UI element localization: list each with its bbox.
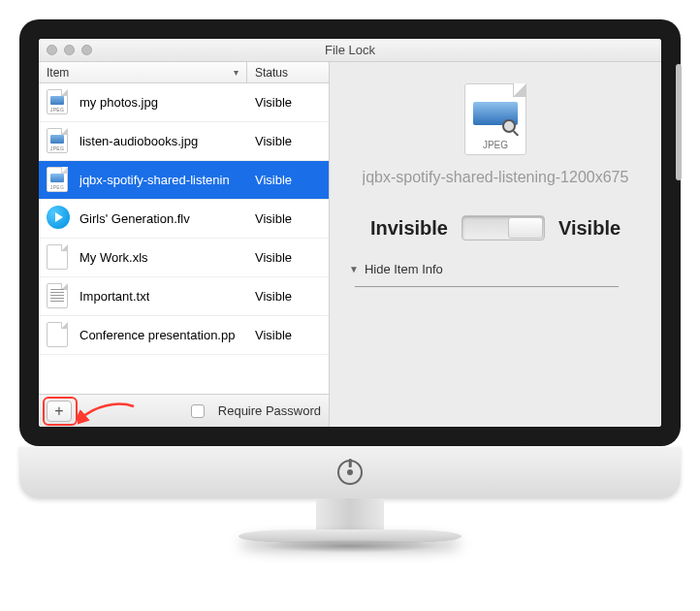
- bottom-bar: + Require Password: [39, 394, 329, 427]
- file-type-icon: JPEG: [47, 167, 70, 194]
- visibility-toggle-row: Invisible Visible: [370, 215, 620, 241]
- file-type-icon: [47, 322, 70, 349]
- require-password-checkbox[interactable]: [191, 404, 205, 418]
- sort-chevron-icon: ▾: [234, 67, 239, 78]
- content: Item ▾ Status JPEG my photos.jpg: [39, 62, 661, 427]
- imac-mock: File Lock Item ▾ Status: [19, 19, 681, 543]
- list-item[interactable]: Important.txt Visible: [39, 277, 329, 316]
- column-header-item-label: Item: [47, 66, 69, 80]
- visible-label: Visible: [558, 217, 620, 240]
- file-type-icon: [47, 206, 70, 233]
- list-item[interactable]: JPEG my photos.jpg Visible: [39, 83, 329, 122]
- magnifier-icon: [502, 119, 520, 137]
- annotation-arrow-icon: [78, 401, 136, 426]
- divider: [355, 286, 619, 287]
- app-window: File Lock Item ▾ Status: [39, 39, 661, 427]
- file-type-icon: [47, 283, 70, 310]
- list-item[interactable]: Girls' Generation.flv Visible: [39, 200, 329, 239]
- file-status: Visible: [247, 95, 329, 110]
- window-controls: [47, 45, 92, 55]
- file-list: JPEG my photos.jpg Visible JPEG listen-a…: [39, 83, 329, 394]
- hide-item-info-disclosure[interactable]: ▼ Hide Item Info: [349, 262, 443, 276]
- visibility-toggle[interactable]: [461, 215, 545, 241]
- file-status: Visible: [247, 328, 329, 342]
- file-type-icon: [47, 244, 70, 272]
- file-name: jqbx-spotify-shared-listenin: [80, 173, 230, 187]
- file-status: Visible: [247, 173, 329, 187]
- file-name: My Work.xls: [80, 250, 148, 265]
- imac-foot: [239, 530, 461, 543]
- preview-pane: JPEG jqbx-spotify-shared-listening-1200x…: [330, 62, 661, 427]
- file-name: Conference presentation.pp: [80, 328, 235, 342]
- preview-filename: jqbx-spotify-shared-listening-1200x675: [363, 169, 629, 186]
- require-password-label: Require Password: [218, 403, 321, 418]
- minimize-dot[interactable]: [64, 45, 75, 55]
- file-status: Visible: [247, 134, 329, 148]
- imac-neck: [316, 498, 384, 531]
- column-header-status[interactable]: Status: [247, 62, 329, 82]
- file-type-icon: JPEG: [47, 128, 70, 155]
- left-pane: Item ▾ Status JPEG my photos.jpg: [39, 62, 330, 427]
- power-logo-icon: [337, 460, 363, 485]
- screen-bezel: File Lock Item ▾ Status: [19, 19, 681, 446]
- file-name: Girls' Generation.flv: [80, 211, 190, 226]
- add-button[interactable]: +: [47, 401, 72, 422]
- imac-chin: [19, 446, 681, 498]
- disclosure-triangle-icon: ▼: [349, 264, 359, 274]
- file-name: Important.txt: [80, 289, 149, 304]
- list-item[interactable]: My Work.xls Visible: [39, 239, 329, 277]
- zoom-dot[interactable]: [81, 45, 92, 55]
- file-status: Visible: [247, 289, 329, 304]
- titlebar: File Lock: [39, 39, 661, 62]
- file-name: listen-audiobooks.jpg: [80, 134, 198, 148]
- preview-file-icon: JPEG: [464, 83, 526, 155]
- list-item[interactable]: JPEG listen-audiobooks.jpg Visible: [39, 122, 329, 161]
- column-header-status-label: Status: [255, 66, 288, 80]
- column-header-item[interactable]: Item ▾: [39, 62, 247, 82]
- invisible-label: Invisible: [370, 217, 448, 240]
- list-item[interactable]: Conference presentation.pp Visible: [39, 316, 329, 355]
- close-dot[interactable]: [47, 45, 57, 55]
- column-headers: Item ▾ Status: [39, 62, 329, 83]
- disclosure-label: Hide Item Info: [365, 262, 443, 276]
- file-status: Visible: [247, 250, 329, 265]
- list-item[interactable]: JPEG jqbx-spotify-shared-listenin Visibl…: [39, 161, 329, 200]
- plus-icon: +: [54, 402, 63, 420]
- preview-type-label: JPEG: [465, 140, 525, 150]
- toggle-knob: [508, 217, 543, 239]
- file-status: Visible: [247, 211, 329, 226]
- file-name: my photos.jpg: [80, 95, 158, 110]
- window-title: File Lock: [39, 43, 661, 57]
- file-type-icon: JPEG: [47, 89, 70, 116]
